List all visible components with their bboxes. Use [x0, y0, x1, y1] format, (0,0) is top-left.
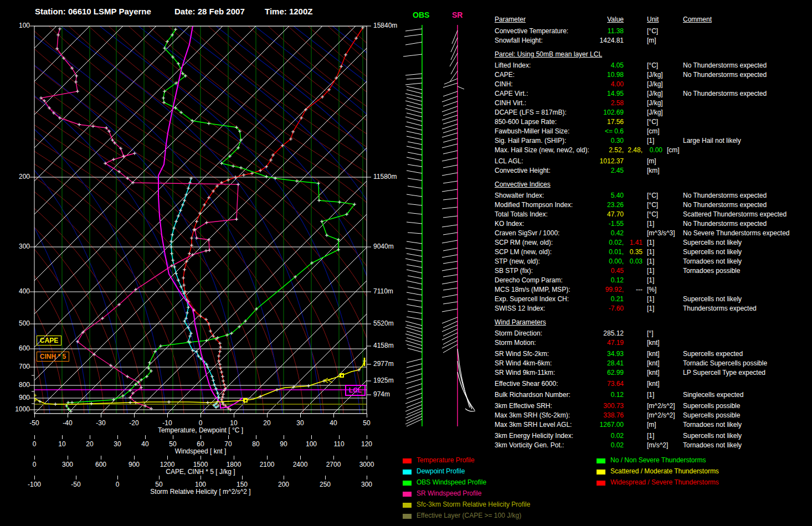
- cell: [1]: [647, 295, 654, 303]
- sr-wind-barb: [442, 189, 458, 192]
- sr-wind-barb: [443, 138, 458, 142]
- dry-adiabat-line: [0, 26, 224, 414]
- obs-wind-barb: [405, 42, 422, 45]
- cell: [m]: [647, 421, 656, 429]
- cell: No Thunderstorms expected: [683, 61, 767, 69]
- axis-tick: [34, 456, 35, 460]
- cell: Storm Direction:: [495, 329, 542, 337]
- cell: [m/s^2]: [647, 441, 668, 449]
- dewpoint-marker: [212, 379, 215, 382]
- temperature-marker: [188, 252, 191, 255]
- cell: 338.76: [563, 411, 624, 419]
- cell: 285.12: [563, 329, 624, 337]
- obs-wind-barb: [408, 204, 422, 205]
- axis-tick: [159, 476, 160, 479]
- axis-tick-label: 2100: [255, 461, 279, 468]
- axis-tick: [234, 414, 234, 417]
- axis-tick: [76, 476, 76, 479]
- obs-windspeed-marker: [162, 101, 166, 104]
- axis-tick-label: 2400: [288, 461, 312, 468]
- cell: [knt]: [647, 339, 660, 347]
- axis-tick: [311, 435, 312, 439]
- sr-wind-barb: [442, 225, 458, 227]
- obs-wind-barb: [407, 374, 422, 378]
- cell: CAPE:: [495, 71, 515, 79]
- axis-tick: [325, 476, 326, 479]
- sr-wind-barb: [442, 240, 458, 243]
- cell: Max 3km SRH Level AGL:: [495, 421, 572, 429]
- axis-tick: [134, 456, 135, 460]
- cell: Tornadic Supercells possible: [683, 359, 767, 367]
- axis-tick-label: 1800: [222, 461, 246, 468]
- altitude-label-11580m: 11580m: [373, 173, 397, 181]
- axis-tick: [145, 435, 146, 439]
- axis-tick: [167, 414, 168, 417]
- cell: Supercells expected: [683, 350, 743, 358]
- table-section-heading: Wind Parameters: [495, 318, 812, 328]
- table-row: CINH:4.00[J/kg]: [495, 80, 812, 90]
- obs-wind-barb: [407, 105, 422, 109]
- cell: 0.45: [563, 267, 624, 275]
- axis-tick: [284, 476, 284, 479]
- cell: 23.26: [563, 201, 624, 209]
- temperature-marker: [340, 65, 343, 68]
- sr-wind-barb: [452, 30, 458, 44]
- table-section-heading: Convective Indices: [495, 181, 812, 190]
- axis-tick: [62, 435, 63, 439]
- dewpoint-marker: [210, 375, 214, 378]
- section-heading: Convective Indices: [495, 181, 551, 188]
- moist-adiabat-line: [255, 26, 515, 414]
- dewpoint-marker: [187, 187, 190, 190]
- cell: 0.21: [563, 295, 624, 303]
- cell: [1]: [647, 248, 654, 256]
- axis-tick: [117, 435, 118, 439]
- cell: Craven SigSvr / 1000:: [495, 229, 559, 237]
- cell: 0.02: [563, 432, 624, 440]
- axis-title-2: CAPE, CINH * 5 [ J/kg ]: [34, 468, 367, 476]
- axis-tick-label: 60: [188, 440, 213, 448]
- cell: [1]: [647, 391, 654, 399]
- moist-adiabat-line: [177, 26, 438, 414]
- table-row: 850-600 Lapse Rate:17.56[°C]: [495, 118, 812, 127]
- dry-adiabat-line: [168, 26, 523, 414]
- cell: [knt]: [647, 369, 660, 377]
- axis-tick-label: 40: [321, 419, 346, 427]
- cell: [m]: [647, 37, 656, 44]
- dewpoint-marker: [177, 279, 180, 282]
- axis-tick: [201, 456, 201, 460]
- obs-windspeed-marker: [112, 398, 115, 401]
- obs-wind-barb: [407, 97, 422, 101]
- obs-wind-barb: [407, 113, 422, 117]
- axis-tick-label: -50: [22, 419, 47, 427]
- cell: SWISS 12 Index:: [495, 305, 545, 312]
- obs-wind-barb: [407, 359, 422, 363]
- axis-tick: [333, 456, 334, 460]
- legend-swatch: [403, 492, 412, 497]
- axis-tick: [367, 476, 367, 479]
- cell: 0.03: [607, 257, 643, 265]
- axis-tick-label: -100: [22, 481, 47, 488]
- sr-wind-barb: [442, 96, 458, 102]
- cell: [1]: [647, 276, 654, 284]
- obs-windspeed-marker: [232, 164, 235, 168]
- altitude-label-2977m: 2977m: [373, 360, 394, 368]
- table-row: Max. Hail Size (new, new2, old):2.52,2.4…: [495, 146, 812, 156]
- legend-swatch: [597, 458, 605, 463]
- sr-wind-barb: [443, 233, 458, 235]
- dewpoint-marker: [177, 214, 180, 218]
- cell: MCS 18m/s (MMP, MSP):: [495, 286, 570, 293]
- obs-wind-barb: [405, 29, 422, 31]
- cell: 34.93: [563, 350, 624, 358]
- cell: 1424.81: [563, 37, 624, 44]
- table-header-value: Value: [563, 16, 624, 23]
- axis-tick: [90, 435, 90, 439]
- sr-windspeed-marker: [207, 238, 210, 241]
- obs-wind-barb: [407, 364, 422, 368]
- temperature-marker: [182, 283, 186, 287]
- legend-label: Effective Layer (CAPE >= 100 J/kg): [417, 512, 521, 519]
- obs-wind-barb: [403, 54, 422, 56]
- obs-wind-barb: [407, 281, 422, 284]
- cell: [J/kg]: [647, 71, 663, 79]
- legend-label: No / Non Severe Thunderstorms: [610, 456, 706, 464]
- axis-tick-label: 150: [230, 481, 254, 488]
